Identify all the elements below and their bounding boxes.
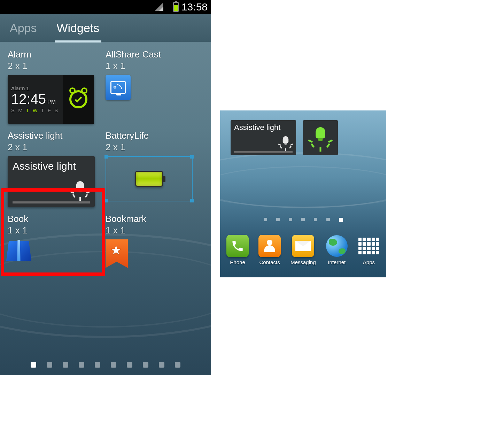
dock-contacts[interactable]: Contacts [258, 235, 281, 265]
home-widgets: Assistive light [231, 120, 338, 155]
widget-pager[interactable] [0, 362, 211, 368]
pager-dot[interactable] [175, 362, 180, 368]
pager-dot[interactable] [63, 362, 68, 368]
dock-label: Phone [230, 259, 245, 265]
alarm-clock-icon [63, 75, 94, 124]
highlight-box [1, 188, 105, 276]
pager-dot[interactable] [47, 362, 52, 368]
dock-label: Apps [363, 259, 375, 265]
bulb-on-icon [310, 127, 331, 148]
widget-allshare-cast[interactable]: AllShare Cast 1 x 1 [106, 49, 203, 124]
dock-label: Messaging [290, 259, 316, 265]
widget-size: 1 x 1 [106, 60, 203, 72]
pager-dot[interactable] [111, 362, 116, 368]
drawer-tabs: Apps Widgets [0, 14, 211, 42]
phone-icon [226, 235, 249, 257]
internet-icon [326, 235, 348, 257]
dock-label: Internet [328, 259, 346, 265]
widget-name: BatteryLife [106, 130, 203, 141]
dock-phone[interactable]: Phone [226, 235, 249, 265]
widget-bookmark[interactable]: Bookmark 1 x 1 ★ [106, 213, 203, 268]
widget-name: AllShare Cast [106, 49, 203, 60]
pager-dot[interactable] [159, 362, 164, 368]
home-pager[interactable] [220, 218, 386, 222]
star-icon: ★ [110, 242, 122, 258]
signal-icon [159, 7, 163, 11]
tab-apps[interactable]: Apps [0, 14, 47, 42]
pager-dot[interactable] [276, 218, 280, 221]
messaging-icon [292, 235, 314, 257]
pager-dot[interactable] [143, 362, 148, 368]
tab-widgets[interactable]: Widgets [47, 14, 109, 42]
widget-size: 2 x 1 [8, 60, 106, 72]
dock-label: Contacts [259, 259, 280, 265]
apps-grid-icon [358, 235, 380, 257]
assistive-light-label: Assistive light [234, 123, 293, 132]
widget-size: 1 x 1 [106, 225, 203, 236]
status-time: 13:58 [181, 1, 208, 13]
dock-internet[interactable]: Internet [326, 235, 348, 265]
widget-name: Assistive light [8, 130, 106, 141]
dock-messaging[interactable]: Messaging [290, 235, 316, 265]
phone-home-screen: Assistive light Phone [220, 110, 386, 277]
pager-dot[interactable] [127, 362, 132, 368]
bookmark-widget-preview: ★ [106, 239, 128, 268]
slider-track [234, 151, 293, 153]
battery-icon [173, 2, 179, 12]
allshare-widget-preview [106, 75, 131, 100]
widgets-grid: Alarm 2 x 1 Alarm 1. 12: 45 PM S M T W T… [0, 42, 211, 351]
cast-icon [110, 81, 126, 94]
pager-dot[interactable] [314, 218, 317, 221]
batterylife-preview [106, 156, 193, 201]
assistive-light-label: Assistive light [13, 160, 90, 172]
dock-apps[interactable]: Apps [358, 235, 380, 265]
widget-size: 2 x 1 [106, 141, 203, 153]
contacts-icon [258, 235, 281, 257]
widget-size: 2 x 1 [8, 141, 106, 153]
pager-dot[interactable] [289, 218, 292, 221]
widget-name: Bookmark [106, 213, 203, 225]
widget-name: Alarm [8, 49, 106, 60]
bulb-icon [279, 136, 292, 149]
widget-alarm[interactable]: Alarm 2 x 1 Alarm 1. 12: 45 PM S M T W T… [8, 49, 106, 124]
assistive-light-widget[interactable]: Assistive light [231, 120, 296, 155]
widget-batterylife[interactable]: BatteryLife 2 x 1 [106, 130, 203, 207]
pager-dot[interactable] [95, 362, 100, 368]
dock: Phone Contacts Messaging Internet [220, 232, 386, 277]
pager-dot[interactable] [264, 218, 267, 221]
assistive-light-toggle[interactable] [303, 120, 338, 155]
pager-dot[interactable] [339, 218, 343, 222]
alarm-time: 12: 45 PM [11, 92, 60, 106]
alarm-days: S M T W T F S [11, 107, 60, 114]
pager-dot[interactable] [79, 362, 84, 368]
pager-dot[interactable] [301, 218, 305, 221]
status-bar: 13:58 [0, 0, 211, 14]
pager-dot[interactable] [31, 362, 36, 368]
phone-widgets-screen: 13:58 Apps Widgets Alarm 2 x 1 Alarm 1. … [0, 0, 211, 375]
alarm-minute: 45 [31, 92, 46, 106]
battery-icon [135, 171, 163, 187]
wallpaper-ripple [220, 166, 386, 208]
alarm-ampm: PM [47, 99, 56, 105]
pager-dot[interactable] [326, 218, 330, 221]
alarm-widget-preview: Alarm 1. 12: 45 PM S M T W T F S [8, 75, 94, 124]
alarm-hour: 12: [11, 92, 31, 106]
